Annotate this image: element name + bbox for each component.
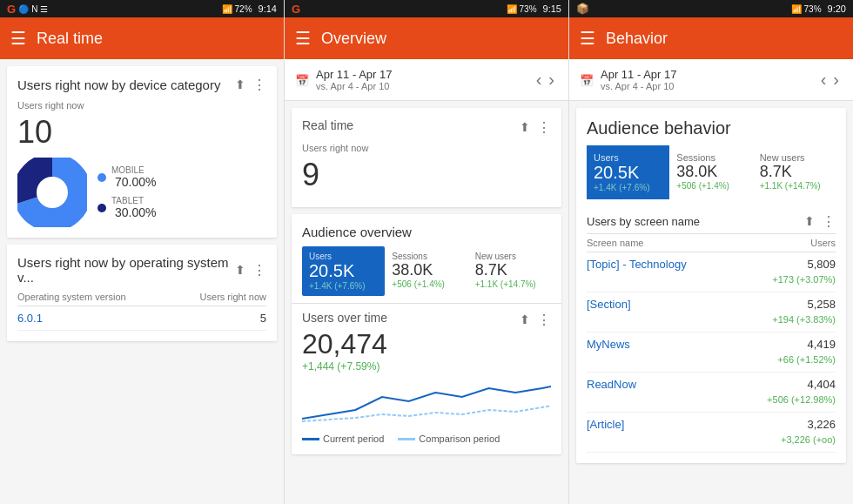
audience-overview-card: Audience overview Users 20.5K +1.4K (+7.… (292, 214, 561, 454)
row2-num: 4,419 (807, 338, 836, 351)
more-icon-3[interactable] (537, 119, 551, 136)
mobile-dot (97, 173, 106, 182)
screen-name-section: Users by screen name (587, 206, 836, 234)
app-bar-1: Real time (0, 17, 284, 59)
divider-1 (292, 303, 561, 304)
date-bar-2: Apr 11 - Apr 17 vs. Apr 4 - Apr 10 (285, 59, 568, 101)
current-line (302, 438, 319, 440)
share-icon-5[interactable] (804, 213, 815, 230)
ao-title: Audience overview (302, 225, 412, 239)
pie-legend: MOBILE 70.00% TABLET 30.00% (97, 165, 156, 219)
share-icon-4[interactable] (520, 312, 530, 328)
metric-sessions-label: Sessions (392, 252, 460, 261)
behavior-row-4[interactable]: [Article] 3,226 +3,226 (+oo) (587, 413, 836, 453)
chart-legend: Current period Comparison period (302, 433, 551, 444)
row3-change-wrap: +506 (+12.98%) (587, 391, 836, 407)
row0-change: +173 (+3.07%) (772, 274, 836, 285)
row1-name: [Section] (587, 298, 631, 311)
mobile-legend-group: MOBILE 70.00% (111, 165, 156, 189)
behavior-panel: 📦 📶 73% 9:20 Behavior Apr 11 - Apr 17 vs… (568, 0, 853, 504)
metric-new-users[interactable]: New users 8.7K +1.1K (+14.7%) (468, 246, 551, 296)
notification-icons: N ☰ (31, 4, 48, 14)
rt-card2-title: Real time (302, 118, 353, 132)
rt-card2-header: Real time (302, 118, 551, 136)
metric-new-value: 8.7K (475, 261, 544, 279)
card2-title: Users right now by operating system v... (17, 255, 235, 285)
ao-metrics: Users 20.5K +1.4K (+7.6%) Sessions 38.0K… (302, 246, 551, 296)
card1-actions (235, 77, 266, 93)
panel2-content: Real time Users right now 9 Audience ove… (285, 101, 568, 504)
tablet-value: 30.00% (115, 205, 156, 219)
status-right-2: 📶 73% 9:15 (507, 3, 561, 14)
time-2: 9:15 (543, 3, 561, 14)
date-next-3[interactable] (829, 66, 843, 93)
realtime-card-2: Real time Users right now 9 (292, 108, 561, 207)
os-row1-name: 6.0.1 (17, 312, 43, 325)
behavior-metrics: Users 20.5K +1.4K (+7.6%) Sessions 38.0K… (587, 145, 836, 199)
os-row-1: 6.0.1 5 (17, 306, 266, 331)
b-metric-sessions[interactable]: Sessions 38.0K +506 (+1.4%) (669, 145, 752, 199)
sn-title: Users by screen name (587, 215, 804, 228)
b-metric-users[interactable]: Users 20.5K +1.4K (+7.6%) (587, 145, 669, 199)
date-prev-3[interactable] (817, 66, 830, 93)
bm-users-value: 20.5K (594, 163, 662, 183)
signal-icon: 📶 72% (222, 4, 252, 14)
comparison-line (398, 438, 415, 440)
legend-comparison-text: Comparison period (419, 433, 500, 444)
row3-values: ReadNow 4,404 (587, 378, 836, 391)
time-3: 9:20 (828, 3, 846, 14)
bm-sessions-change: +506 (+1.4%) (676, 181, 745, 191)
row3-change: +506 (+12.98%) (767, 394, 836, 405)
date-info-3: Apr 11 - Apr 17 vs. Apr 4 - Apr 10 (601, 68, 817, 91)
behavior-row-1[interactable]: [Section] 5,258 +194 (+3.83%) (587, 292, 836, 333)
status-left-3: 📦 (576, 3, 589, 15)
pie-chart (17, 158, 87, 227)
status-bar-2: G 📶 73% 9:15 (285, 0, 568, 17)
more-icon-1[interactable] (252, 77, 266, 93)
app-bar-2: Overview (285, 17, 568, 59)
date-prev-2[interactable] (533, 66, 546, 93)
more-icon-4[interactable] (537, 312, 551, 328)
row3-name: ReadNow (587, 378, 636, 391)
device-category-card: Users right now by device category Users… (7, 66, 277, 238)
metric-users[interactable]: Users 20.5K +1.4K (+7.6%) (302, 246, 385, 296)
status-left-2: G (292, 3, 300, 16)
mini-chart (302, 380, 551, 427)
metric-sessions-change: +506 (+1.4%) (392, 279, 460, 289)
row4-change: +3,226 (+oo) (781, 434, 836, 445)
share-icon-1[interactable] (235, 77, 245, 93)
ao-header: Audience overview (302, 225, 551, 239)
b-metric-new[interactable]: New users 8.7K +1.1K (+14.7%) (753, 145, 836, 199)
legend-current: Current period (302, 433, 384, 444)
behavior-row-0[interactable]: [Topic] - Technology 5,809 +173 (+3.07%) (587, 252, 836, 292)
status-left-1: G 🔵 N ☰ (7, 3, 48, 16)
menu-icon-3[interactable] (580, 28, 595, 49)
app-title-1: Real time (37, 30, 273, 48)
date-main-2: Apr 11 - Apr 17 (316, 68, 533, 81)
share-icon-3[interactable] (520, 119, 530, 136)
realtime-panel: G 🔵 N ☰ 📶 72% 9:14 Real time Users right… (0, 0, 284, 504)
card1-header: Users right now by device category (17, 77, 266, 93)
date-next-2[interactable] (545, 66, 558, 93)
row1-values: [Section] 5,258 (587, 298, 836, 311)
bluetooth-icon: 🔵 (18, 4, 29, 14)
menu-icon-1[interactable] (10, 28, 26, 49)
more-icon-2[interactable] (252, 262, 266, 279)
metric-sessions[interactable]: Sessions 38.0K +506 (+1.4%) (385, 246, 467, 296)
app-bar-3: Behavior (569, 17, 853, 59)
realtime-count-1: 10 (17, 114, 266, 151)
bm-sessions-label: Sessions (676, 152, 745, 163)
share-icon-2[interactable] (235, 262, 245, 279)
more-icon-5[interactable] (822, 213, 836, 230)
menu-icon-2[interactable] (295, 28, 311, 49)
sn-actions (804, 213, 836, 230)
date-sub-2: vs. Apr 4 - Apr 10 (316, 81, 533, 91)
users-over-time-header: Users over time (302, 311, 551, 328)
uot-actions (520, 312, 551, 328)
behavior-row-3[interactable]: ReadNow 4,404 +506 (+12.98%) (587, 373, 836, 413)
tablet-dot (97, 204, 106, 212)
behavior-title: Audience behavior (587, 118, 836, 138)
bm-new-change: +1.1K (+14.7%) (760, 181, 829, 191)
behavior-card: Audience behavior Users 20.5K +1.4K (+7.… (576, 108, 846, 463)
behavior-row-2[interactable]: MyNews 4,419 +66 (+1.52%) (587, 333, 836, 373)
